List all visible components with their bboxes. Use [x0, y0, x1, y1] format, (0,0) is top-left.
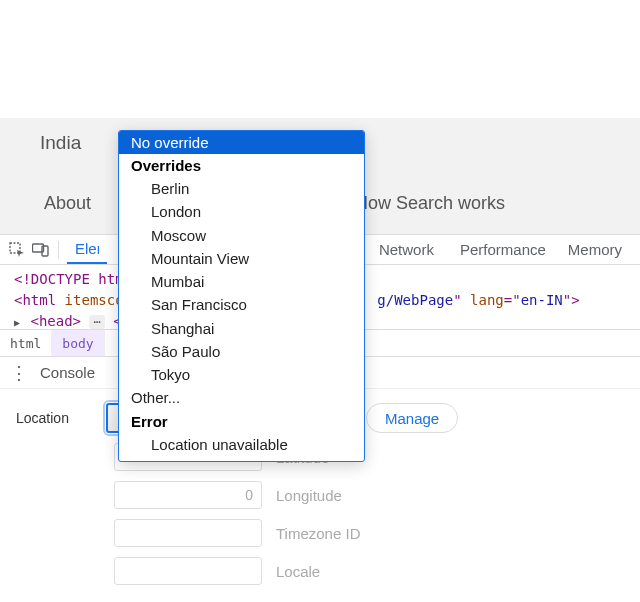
timezone-row: Timezone ID: [114, 519, 624, 547]
locale-label: Locale: [276, 563, 320, 580]
location-label: Location: [16, 410, 98, 426]
breadcrumb-body[interactable]: body: [52, 330, 104, 356]
breadcrumb-html[interactable]: html: [0, 330, 52, 356]
locale-row: Locale: [114, 557, 624, 585]
footer-link-about[interactable]: About: [44, 193, 91, 214]
dropdown-group-error: Error: [119, 410, 364, 433]
dropdown-item-other[interactable]: Other...: [119, 387, 364, 410]
collapsed-ellipsis-icon[interactable]: ⋯: [89, 315, 104, 329]
dropdown-item-mountain-view[interactable]: Mountain View: [119, 247, 364, 270]
longitude-label: Longitude: [276, 487, 342, 504]
toolbar-separator: [58, 241, 59, 259]
dropdown-group-overrides: Overrides: [119, 154, 364, 177]
locale-input[interactable]: [114, 557, 262, 585]
dropdown-item-berlin[interactable]: Berlin: [119, 178, 364, 201]
dropdown-item-location-unavailable[interactable]: Location unavailable: [119, 433, 364, 456]
tab-network[interactable]: Network: [371, 235, 442, 264]
timezone-input[interactable]: [114, 519, 262, 547]
dropdown-item-mumbai[interactable]: Mumbai: [119, 271, 364, 294]
timezone-label: Timezone ID: [276, 525, 360, 542]
dropdown-item-no-override[interactable]: No override: [119, 131, 364, 154]
inspect-icon[interactable]: [8, 241, 26, 259]
dropdown-item-san-francisco[interactable]: San Francisco: [119, 294, 364, 317]
tab-label: Elements: [75, 240, 99, 257]
dropdown-item-moscow[interactable]: Moscow: [119, 224, 364, 247]
drawer-menu-icon[interactable]: ⋮: [10, 362, 28, 384]
expand-triangle-icon[interactable]: ▶: [14, 317, 20, 328]
footer-link-how-search-works[interactable]: How Search works: [355, 193, 505, 214]
device-toolbar-icon[interactable]: [32, 241, 50, 259]
tab-memory[interactable]: Memory: [560, 235, 630, 264]
dropdown-item-sao-paulo[interactable]: São Paulo: [119, 340, 364, 363]
tab-label: Network: [379, 241, 434, 258]
longitude-input[interactable]: [114, 481, 262, 509]
tab-performance[interactable]: Performance: [452, 235, 554, 264]
longitude-row: Longitude: [114, 481, 624, 509]
country-label: India: [40, 132, 81, 154]
manage-button[interactable]: Manage: [366, 403, 458, 433]
dropdown-item-london[interactable]: London: [119, 201, 364, 224]
drawer-tab-console[interactable]: Console: [40, 364, 95, 381]
dropdown-item-tokyo[interactable]: Tokyo: [119, 364, 364, 387]
location-dropdown-popup[interactable]: No override Overrides Berlin London Mosc…: [118, 130, 365, 462]
tab-elements[interactable]: Elements: [67, 235, 107, 264]
page-top-blank: [0, 0, 640, 118]
dropdown-item-shanghai[interactable]: Shanghai: [119, 317, 364, 340]
